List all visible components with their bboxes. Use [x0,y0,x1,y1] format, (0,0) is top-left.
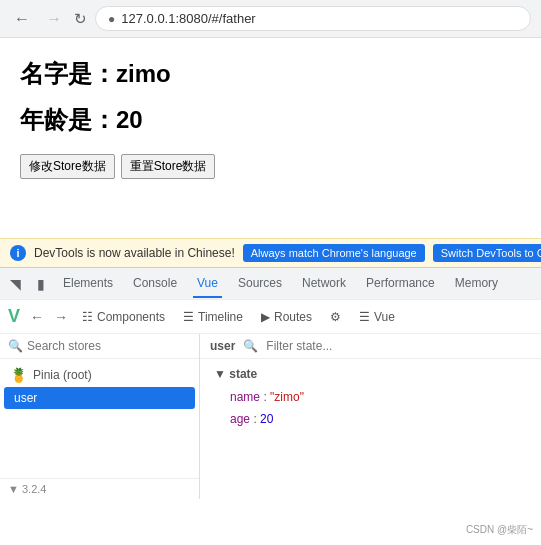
page-age: 年龄是：20 [20,104,521,136]
forward-button[interactable]: → [42,8,66,30]
action-buttons: 修改Store数据 重置Store数据 [20,154,521,179]
vue-tab-routes[interactable]: ▶ Routes [253,306,320,328]
right-panel-header: user 🔍 [200,334,541,359]
store-name-label: user [210,339,235,353]
info-icon: i [10,245,26,261]
routes-icon: ▶ [261,310,270,324]
devtools-info-text: DevTools is now available in Chinese! [34,246,235,260]
search-icon: 🔍 [8,339,23,353]
tab-memory[interactable]: Memory [451,270,502,298]
tab-vue[interactable]: Vue [193,270,222,298]
menu-icon: ☰ [359,310,370,324]
timeline-icon: ☰ [183,310,194,324]
state-label: ▼ state [214,367,527,381]
state-age-prop: age : 20 [214,409,527,431]
address-bar[interactable]: ● 127.0.0.1:8080/#/father [95,6,531,31]
page-content: 名字是：zimo 年龄是：20 修改Store数据 重置Store数据 [0,38,541,238]
vue-tab-timeline[interactable]: ☰ Timeline [175,306,251,328]
devtools-device-button[interactable]: ▮ [35,274,47,294]
version-label: ▼ 3.2.4 [0,478,199,499]
search-bar: 🔍 [0,334,199,359]
vue-logo: V [8,306,20,327]
filter-icon: 🔍 [243,339,258,353]
name-value: "zimo" [270,390,304,404]
age-key: age [230,412,250,426]
watermark: CSDN @柴陌~ [466,523,533,537]
back-button[interactable]: ← [10,8,34,30]
tab-network[interactable]: Network [298,270,350,298]
state-name-prop: name : "zimo" [214,387,527,409]
components-icon: ☷ [82,310,93,324]
name-key: name [230,390,260,404]
vue-tab-settings[interactable]: ⚙ [322,306,349,328]
devtools-info-bar: i DevTools is now available in Chinese! … [0,238,541,267]
lock-icon: ● [108,12,115,26]
right-panel: user 🔍 ▼ state name : "zimo" age : 20 [200,334,541,499]
reset-store-button[interactable]: 重置Store数据 [121,154,216,179]
tab-sources[interactable]: Sources [234,270,286,298]
vue-tab-components[interactable]: ☷ Components [74,306,173,328]
search-stores-input[interactable] [27,339,191,353]
filter-state-input[interactable] [266,339,531,353]
user-store-item[interactable]: user [4,387,195,409]
match-language-button[interactable]: Always match Chrome's language [243,244,425,262]
page-name: 名字是：zimo [20,58,521,90]
tab-console[interactable]: Console [129,270,181,298]
url-text: 127.0.0.1:8080/#/father [121,11,255,26]
devtools-main: 🔍 🍍 Pinia (root) user ▼ 3.2.4 user 🔍 ▼ s… [0,333,541,499]
tab-performance[interactable]: Performance [362,270,439,298]
state-content: ▼ state name : "zimo" age : 20 [200,359,541,438]
browser-bar: ← → ↻ ● 127.0.0.1:8080/#/father [0,0,541,38]
pinia-root-item[interactable]: 🍍 Pinia (root) [0,363,199,387]
switch-devtools-button[interactable]: Switch DevTools to C [433,244,541,262]
left-panel: 🔍 🍍 Pinia (root) user ▼ 3.2.4 [0,334,200,499]
vue-forward-button[interactable]: → [50,307,72,327]
modify-store-button[interactable]: 修改Store数据 [20,154,115,179]
vue-tab-vue[interactable]: ☰ Vue [351,306,403,328]
vue-toolbar: V ← → ☷ Components ☰ Timeline ▶ Routes ⚙… [0,299,541,333]
tab-elements[interactable]: Elements [59,270,117,298]
vue-back-button[interactable]: ← [26,307,48,327]
refresh-button[interactable]: ↻ [74,10,87,28]
age-value: 20 [260,412,273,426]
devtools-inspect-button[interactable]: ◥ [8,274,23,294]
pinia-icon: 🍍 [10,367,27,383]
devtools-toolbar: ◥ ▮ Elements Console Vue Sources Network… [0,267,541,299]
store-list: 🍍 Pinia (root) user [0,359,199,478]
